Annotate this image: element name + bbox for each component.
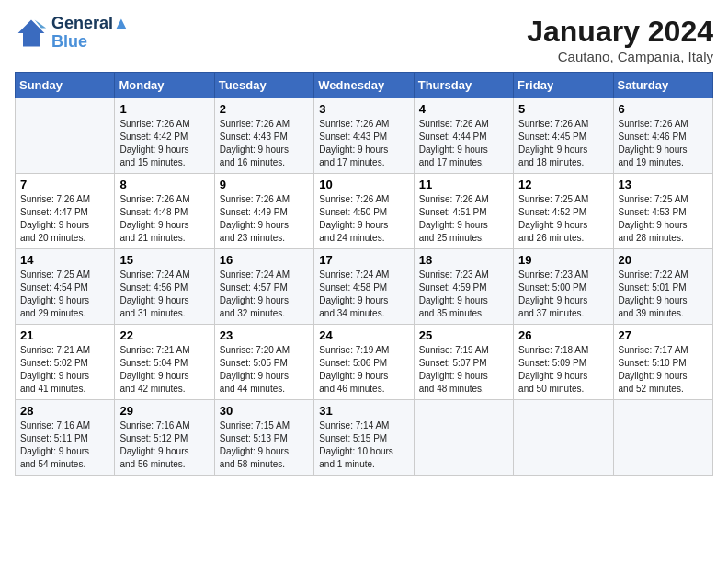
day-number: 4 xyxy=(419,102,508,116)
calendar-cell: 17Sunrise: 7:24 AMSunset: 4:58 PMDayligh… xyxy=(314,249,414,325)
day-detail: Sunrise: 7:26 AMSunset: 4:44 PMDaylight:… xyxy=(419,118,508,169)
day-detail: Sunrise: 7:17 AMSunset: 5:10 PMDaylight:… xyxy=(619,344,708,396)
calendar-cell: 27Sunrise: 7:17 AMSunset: 5:10 PMDayligh… xyxy=(613,325,712,400)
calendar-week-row: 21Sunrise: 7:21 AMSunset: 5:02 PMDayligh… xyxy=(16,325,713,400)
logo-text: General▲ Blue xyxy=(51,15,130,52)
day-detail: Sunrise: 7:26 AMSunset: 4:51 PMDaylight:… xyxy=(419,193,508,245)
day-detail: Sunrise: 7:16 AMSunset: 5:12 PMDaylight:… xyxy=(119,419,209,471)
day-number: 18 xyxy=(419,253,508,267)
day-detail: Sunrise: 7:19 AMSunset: 5:07 PMDaylight:… xyxy=(419,344,508,396)
calendar-week-row: 1Sunrise: 7:26 AMSunset: 4:42 PMDaylight… xyxy=(16,98,713,174)
calendar-cell: 29Sunrise: 7:16 AMSunset: 5:12 PMDayligh… xyxy=(115,400,214,476)
svg-marker-0 xyxy=(18,19,45,46)
calendar-cell xyxy=(514,400,613,476)
calendar-cell: 25Sunrise: 7:19 AMSunset: 5:07 PMDayligh… xyxy=(414,325,513,400)
calendar-cell: 19Sunrise: 7:23 AMSunset: 5:00 PMDayligh… xyxy=(514,249,613,325)
day-number: 31 xyxy=(319,404,408,418)
day-number: 16 xyxy=(220,253,309,267)
calendar-cell: 31Sunrise: 7:14 AMSunset: 5:15 PMDayligh… xyxy=(314,400,414,476)
day-detail: Sunrise: 7:26 AMSunset: 4:45 PMDaylight:… xyxy=(518,118,608,169)
calendar-cell: 24Sunrise: 7:19 AMSunset: 5:06 PMDayligh… xyxy=(314,325,414,400)
day-detail: Sunrise: 7:25 AMSunset: 4:54 PMDaylight:… xyxy=(20,269,109,320)
calendar-cell: 8Sunrise: 7:26 AMSunset: 4:48 PMDaylight… xyxy=(115,174,214,249)
calendar-cell: 22Sunrise: 7:21 AMSunset: 5:04 PMDayligh… xyxy=(115,325,214,400)
day-detail: Sunrise: 7:23 AMSunset: 4:59 PMDaylight:… xyxy=(419,269,508,320)
day-number: 13 xyxy=(619,178,708,191)
day-detail: Sunrise: 7:18 AMSunset: 5:09 PMDaylight:… xyxy=(518,344,608,396)
calendar-cell: 6Sunrise: 7:26 AMSunset: 4:46 PMDaylight… xyxy=(613,98,712,174)
logo-icon xyxy=(15,17,48,50)
calendar-cell: 15Sunrise: 7:24 AMSunset: 4:56 PMDayligh… xyxy=(115,249,214,325)
day-number: 17 xyxy=(319,253,408,267)
calendar-cell: 10Sunrise: 7:26 AMSunset: 4:50 PMDayligh… xyxy=(314,174,414,249)
day-number: 15 xyxy=(119,253,209,267)
weekday-header: Friday xyxy=(514,73,613,98)
day-detail: Sunrise: 7:26 AMSunset: 4:48 PMDaylight:… xyxy=(119,193,209,245)
day-detail: Sunrise: 7:19 AMSunset: 5:06 PMDaylight:… xyxy=(319,344,408,396)
day-detail: Sunrise: 7:15 AMSunset: 5:13 PMDaylight:… xyxy=(220,419,309,471)
calendar-body: 1Sunrise: 7:26 AMSunset: 4:42 PMDaylight… xyxy=(16,98,713,476)
calendar-cell: 21Sunrise: 7:21 AMSunset: 5:02 PMDayligh… xyxy=(16,325,115,400)
calendar-week-row: 7Sunrise: 7:26 AMSunset: 4:47 PMDaylight… xyxy=(16,174,713,249)
day-number: 29 xyxy=(119,404,209,418)
calendar-cell xyxy=(414,400,513,476)
day-detail: Sunrise: 7:21 AMSunset: 5:02 PMDaylight:… xyxy=(20,344,109,396)
day-number: 14 xyxy=(20,253,109,267)
calendar-cell: 14Sunrise: 7:25 AMSunset: 4:54 PMDayligh… xyxy=(16,249,115,325)
day-detail: Sunrise: 7:24 AMSunset: 4:56 PMDaylight:… xyxy=(119,269,209,320)
weekday-header: Saturday xyxy=(613,73,712,98)
day-detail: Sunrise: 7:25 AMSunset: 4:52 PMDaylight:… xyxy=(518,193,608,245)
day-number: 11 xyxy=(419,178,508,191)
calendar-cell: 20Sunrise: 7:22 AMSunset: 5:01 PMDayligh… xyxy=(613,249,712,325)
day-detail: Sunrise: 7:14 AMSunset: 5:15 PMDaylight:… xyxy=(319,419,408,471)
day-number: 22 xyxy=(119,328,209,342)
day-detail: Sunrise: 7:26 AMSunset: 4:43 PMDaylight:… xyxy=(220,118,309,169)
day-number: 24 xyxy=(319,328,408,342)
calendar-cell: 3Sunrise: 7:26 AMSunset: 4:43 PMDaylight… xyxy=(314,98,414,174)
day-detail: Sunrise: 7:23 AMSunset: 5:00 PMDaylight:… xyxy=(518,269,608,320)
day-number: 10 xyxy=(319,178,408,191)
day-number: 30 xyxy=(220,404,309,418)
day-number: 20 xyxy=(619,253,708,267)
calendar-table: SundayMondayTuesdayWednesdayThursdayFrid… xyxy=(15,72,713,476)
day-detail: Sunrise: 7:26 AMSunset: 4:49 PMDaylight:… xyxy=(220,193,309,245)
day-number: 3 xyxy=(319,102,408,116)
day-number: 27 xyxy=(619,328,708,342)
calendar-cell: 9Sunrise: 7:26 AMSunset: 4:49 PMDaylight… xyxy=(214,174,313,249)
month-title: January 2024 xyxy=(527,15,713,49)
calendar-cell xyxy=(613,400,712,476)
calendar-cell: 12Sunrise: 7:25 AMSunset: 4:52 PMDayligh… xyxy=(514,174,613,249)
day-number: 8 xyxy=(119,178,209,191)
calendar-cell: 2Sunrise: 7:26 AMSunset: 4:43 PMDaylight… xyxy=(214,98,313,174)
page-header: General▲ Blue January 2024 Cautano, Camp… xyxy=(15,15,713,64)
logo: General▲ Blue xyxy=(15,15,130,52)
day-number: 25 xyxy=(419,328,508,342)
calendar-cell: 28Sunrise: 7:16 AMSunset: 5:11 PMDayligh… xyxy=(16,400,115,476)
day-detail: Sunrise: 7:22 AMSunset: 5:01 PMDaylight:… xyxy=(619,269,708,320)
day-number: 21 xyxy=(20,328,109,342)
weekday-header: Monday xyxy=(115,73,214,98)
day-number: 7 xyxy=(20,178,109,191)
calendar-cell: 30Sunrise: 7:15 AMSunset: 5:13 PMDayligh… xyxy=(214,400,313,476)
day-detail: Sunrise: 7:26 AMSunset: 4:46 PMDaylight:… xyxy=(619,118,708,169)
day-detail: Sunrise: 7:21 AMSunset: 5:04 PMDaylight:… xyxy=(119,344,209,396)
day-detail: Sunrise: 7:24 AMSunset: 4:57 PMDaylight:… xyxy=(220,269,309,320)
day-number: 19 xyxy=(518,253,608,267)
location-subtitle: Cautano, Campania, Italy xyxy=(527,49,713,64)
day-number: 23 xyxy=(220,328,309,342)
day-detail: Sunrise: 7:20 AMSunset: 5:05 PMDaylight:… xyxy=(220,344,309,396)
calendar-cell: 13Sunrise: 7:25 AMSunset: 4:53 PMDayligh… xyxy=(613,174,712,249)
calendar-cell: 4Sunrise: 7:26 AMSunset: 4:44 PMDaylight… xyxy=(414,98,513,174)
calendar-week-row: 14Sunrise: 7:25 AMSunset: 4:54 PMDayligh… xyxy=(16,249,713,325)
calendar-week-row: 28Sunrise: 7:16 AMSunset: 5:11 PMDayligh… xyxy=(16,400,713,476)
day-detail: Sunrise: 7:24 AMSunset: 4:58 PMDaylight:… xyxy=(319,269,408,320)
calendar-cell: 1Sunrise: 7:26 AMSunset: 4:42 PMDaylight… xyxy=(115,98,214,174)
day-number: 12 xyxy=(518,178,608,191)
day-number: 5 xyxy=(518,102,608,116)
day-detail: Sunrise: 7:16 AMSunset: 5:11 PMDaylight:… xyxy=(20,419,109,471)
calendar-header: SundayMondayTuesdayWednesdayThursdayFrid… xyxy=(16,73,713,98)
day-number: 2 xyxy=(220,102,309,116)
weekday-header: Wednesday xyxy=(314,73,414,98)
calendar-cell: 11Sunrise: 7:26 AMSunset: 4:51 PMDayligh… xyxy=(414,174,513,249)
calendar-cell: 5Sunrise: 7:26 AMSunset: 4:45 PMDaylight… xyxy=(514,98,613,174)
